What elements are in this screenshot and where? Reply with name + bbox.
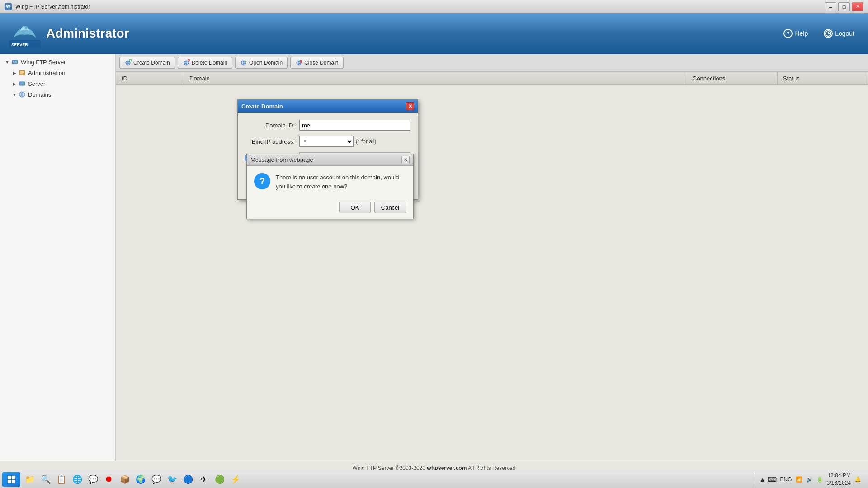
message-body: ? There is no user account on this domai…	[247, 166, 413, 198]
message-close-button[interactable]: ✕	[401, 156, 410, 164]
bind-ip-select[interactable]: *	[299, 136, 354, 147]
titlebar-controls: – □ ✕	[825, 2, 863, 11]
toolbar: Create Domain Delete Domain	[116, 54, 868, 72]
logo-icon: SERVER	[9, 18, 41, 49]
taskbar-app-search[interactable]: 🔍	[38, 472, 53, 487]
taskbar-app-ftp[interactable]: 📦	[118, 472, 132, 487]
sidebar-item-wingftp[interactable]: ▼ Wing FTP Server	[0, 56, 115, 67]
taskbar-app-chrome[interactable]: 🔵	[181, 472, 195, 487]
sidebar-item-administration[interactable]: ▶ Administration	[0, 67, 115, 78]
close-domain-icon	[295, 59, 302, 66]
server-node-icon	[18, 80, 26, 88]
taskbar-lang: ENG	[780, 476, 792, 483]
taskbar-app-edge[interactable]: 🌐	[70, 472, 85, 487]
message-titlebar: Message from webpage ✕	[247, 154, 413, 166]
domain-id-row: Domain ID:	[245, 120, 410, 131]
col-connections: Connections	[687, 72, 778, 85]
admin-arrow: ▶	[11, 69, 18, 76]
message-ok-button[interactable]: OK	[339, 202, 371, 213]
open-domain-button[interactable]: Open Domain	[235, 57, 288, 69]
help-button[interactable]: ? Help	[779, 27, 812, 40]
message-cancel-button[interactable]: Cancel	[374, 202, 406, 213]
taskbar-app-task[interactable]: 📋	[54, 472, 69, 487]
domain-table-container: ID Domain Connections Status	[116, 72, 868, 461]
delete-domain-icon	[183, 59, 190, 66]
col-domain: Domain	[184, 72, 687, 85]
window-title: Wing FTP Server Administrator	[15, 4, 90, 10]
sidebar-label-domains: Domains	[28, 91, 51, 98]
svg-rect-37	[300, 60, 302, 63]
taskbar-date: 3/16/2024	[827, 479, 851, 487]
sidebar-label-wingftp: Wing FTP Server	[21, 59, 66, 66]
sidebar-item-server[interactable]: ▶ Server	[0, 78, 115, 89]
svg-text:SERVER: SERVER	[11, 42, 28, 47]
close-domain-label: Close Domain	[304, 60, 338, 66]
message-dialog: Message from webpage ✕ ? There is no use…	[246, 154, 414, 219]
create-domain-close-button[interactable]: ✕	[406, 102, 414, 110]
bind-ip-label: Bind IP address:	[245, 138, 299, 145]
create-domain-titlebar: Create Domain ✕	[238, 100, 418, 113]
taskbar-app-network[interactable]: 🌍	[133, 472, 148, 487]
svg-rect-38	[8, 476, 11, 479]
app-icon: W	[5, 3, 12, 10]
taskbar-app-twitter[interactable]: 🐦	[165, 472, 179, 487]
logout-label: Logout	[835, 30, 854, 37]
taskbar-battery: 🔋	[816, 476, 823, 483]
taskbar-app-telegram[interactable]: ✈	[197, 472, 211, 487]
svg-rect-41	[12, 480, 15, 483]
close-button[interactable]: ✕	[852, 2, 863, 11]
content-area: Create Domain Delete Domain	[115, 54, 868, 461]
message-title: Message from webpage	[250, 156, 313, 163]
taskbar-apps: 📁 🔍 📋 🌐 💬 ⏺ 📦 🌍 💬 🐦 🔵 ✈ 🟢 ⚡	[23, 472, 755, 487]
taskbar: 📁 🔍 📋 🌐 💬 ⏺ 📦 🌍 💬 🐦 🔵 ✈ 🟢 ⚡ ▲ ⌨ ENG 📶 🔊 …	[0, 470, 868, 488]
taskbar-notification[interactable]: 🔔	[854, 476, 861, 483]
create-domain-title: Create Domain	[241, 103, 283, 110]
domain-id-label: Domain ID:	[245, 122, 299, 129]
bind-ip-hint: (* for all)	[356, 138, 376, 145]
server-arrow: ▶	[11, 80, 18, 87]
svg-rect-39	[12, 476, 15, 479]
create-domain-label: Create Domain	[133, 60, 170, 66]
col-id: ID	[116, 72, 184, 85]
header-actions: ? Help Logout	[779, 27, 859, 40]
app-header: SERVER Administrator ? Help Logout	[0, 14, 868, 54]
logout-icon	[824, 29, 833, 38]
taskbar-app-record[interactable]: ⏺	[102, 472, 116, 487]
taskbar-app-explorer[interactable]: 📁	[23, 472, 37, 487]
sidebar-item-domains[interactable]: ▼ Domains	[0, 89, 115, 100]
svg-point-14	[23, 83, 24, 84]
taskbar-app-whatsapp[interactable]: 💬	[149, 472, 164, 487]
open-domain-icon	[240, 59, 247, 66]
taskbar-app-skype[interactable]: 💬	[86, 472, 100, 487]
help-icon: ?	[783, 29, 793, 38]
logout-button[interactable]: Logout	[819, 27, 859, 40]
taskbar-app-filezilla[interactable]: ⚡	[228, 472, 243, 487]
delete-domain-label: Delete Domain	[192, 60, 227, 66]
message-text: There is no user account on this domain,…	[276, 173, 406, 191]
close-domain-button[interactable]: Close Domain	[290, 57, 343, 69]
taskbar-wifi: 📶	[796, 476, 802, 483]
main-layout: ▼ Wing FTP Server ▶	[0, 54, 868, 461]
message-question-icon: ?	[254, 173, 270, 189]
maximize-button[interactable]: □	[838, 2, 850, 11]
start-button[interactable]	[2, 472, 20, 487]
taskbar-app-chrome2[interactable]: 🟢	[212, 472, 227, 487]
sidebar-label-server: Server	[28, 80, 45, 87]
delete-domain-button[interactable]: Delete Domain	[178, 57, 232, 69]
domains-icon	[18, 90, 26, 99]
sidebar-label-administration: Administration	[28, 70, 65, 76]
domain-id-input[interactable]	[299, 120, 410, 131]
svg-point-1	[25, 26, 28, 29]
taskbar-sound: 🔊	[806, 476, 813, 483]
col-status: Status	[778, 72, 868, 85]
create-domain-button[interactable]: Create Domain	[119, 57, 175, 69]
sidebar: ▼ Wing FTP Server ▶	[0, 54, 115, 461]
titlebar-left: W Wing FTP Server Administrator	[5, 3, 90, 10]
minimize-button[interactable]: –	[825, 2, 836, 11]
taskbar-time: 12:04 PM	[827, 472, 851, 479]
domain-table: ID Domain Connections Status	[116, 72, 868, 85]
create-domain-icon	[124, 59, 132, 66]
open-domain-label: Open Domain	[249, 60, 283, 66]
domains-arrow: ▼	[11, 91, 18, 98]
expand-arrow: ▼	[4, 58, 11, 66]
